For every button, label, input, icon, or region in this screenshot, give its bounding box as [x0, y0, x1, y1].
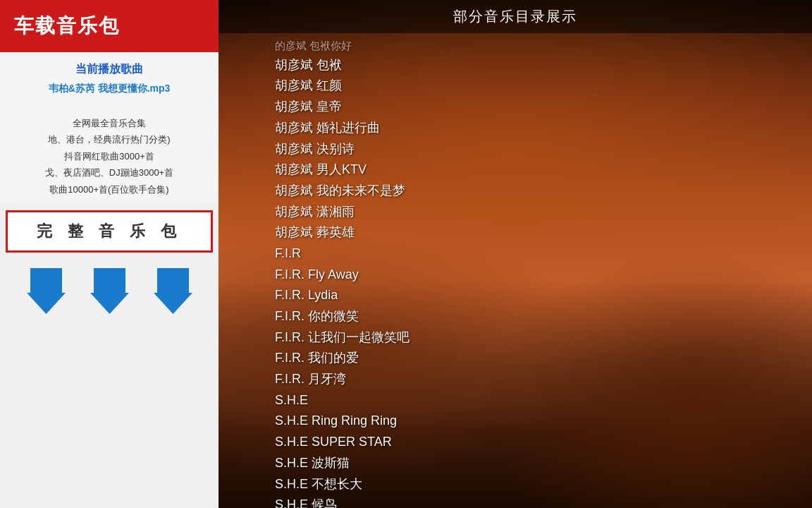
title-bar: 部分音乐目录展示 [219, 0, 812, 33]
sidebar-title: 车载音乐包 [14, 15, 120, 37]
song-item: S.H.E [275, 390, 812, 411]
song-item: 胡彦斌 男人KTV [275, 159, 812, 181]
song-item: S.H.E SUPER STAR [275, 432, 812, 453]
song-item: 胡彦斌 葬英雄 [275, 222, 812, 243]
song-list: 的彦斌 包袱你好 胡彦斌 包袱胡彦斌 红颜胡彦斌 皇帝胡彦斌 婚礼进行曲胡彦斌 … [219, 32, 812, 508]
svg-marker-1 [90, 268, 129, 314]
song-item: 胡彦斌 包袱 [275, 55, 812, 76]
song-item: F.I.R. 月牙湾 [275, 369, 812, 390]
download-arrow-3[interactable] [152, 267, 194, 316]
song-item: F.I.R [275, 243, 812, 265]
song-item-partial-top: 的彦斌 包袱你好 [275, 37, 812, 55]
now-playing-label: 当前播放歌曲 [7, 62, 211, 77]
now-playing-song: 韦柏&苏芮 我想更懂你.mp3 [7, 83, 211, 95]
main-title: 部分音乐目录展示 [453, 8, 577, 24]
song-item: F.I.R. 你的微笑 [275, 306, 812, 327]
song-item: F.I.R. Fly Away [275, 265, 812, 286]
svg-marker-0 [27, 268, 66, 314]
song-item: S.H.E 候鸟 [275, 495, 812, 508]
main-area: 部分音乐目录展示 的彦斌 包袱你好 胡彦斌 包袱胡彦斌 红颜胡彦斌 皇帝胡彦斌 … [219, 0, 812, 508]
song-item: F.I.R. 让我们一起微笑吧 [275, 327, 812, 349]
sidebar-header: 车载音乐包 [0, 0, 219, 52]
promo-line-1: 全网最全音乐合集 [7, 115, 211, 131]
song-item: S.H.E 波斯猫 [275, 453, 812, 474]
song-item: F.I.R. Lydia [275, 285, 812, 306]
sidebar: 车载音乐包 当前播放歌曲 韦柏&苏芮 我想更懂你.mp3 全网最全音乐合集 地、… [0, 0, 219, 508]
song-item: 胡彦斌 我的未来不是梦 [275, 181, 812, 202]
download-arrow-1[interactable] [25, 267, 67, 316]
song-item: 胡彦斌 婚礼进行曲 [275, 118, 812, 139]
now-playing-section: 当前播放歌曲 韦柏&苏芮 我想更懂你.mp3 [0, 52, 219, 109]
download-arrow-2[interactable] [88, 267, 130, 316]
song-item: 胡彦斌 潇湘雨 [275, 202, 812, 223]
song-item: S.H.E 不想长大 [275, 474, 812, 495]
promo-line-5: 歌曲10000+首(百位歌手合集) [7, 181, 211, 198]
promo-section: 全网最全音乐合集 地、港台，经典流行热门分类) 抖音网红歌曲3000+首 戈、夜… [0, 109, 219, 203]
arrows-section [0, 260, 219, 323]
promo-line-3: 抖音网红歌曲3000+首 [7, 148, 211, 164]
song-item: F.I.R. 我们的爱 [275, 348, 812, 369]
promo-line-4: 戈、夜店酒吧、DJ蹦迪3000+首 [7, 164, 211, 181]
song-item: S.H.E Ring Ring Ring [275, 411, 812, 432]
svg-marker-2 [154, 268, 192, 314]
song-item: 胡彦斌 决别诗 [275, 139, 812, 160]
complete-pack-button[interactable]: 完 整 音 乐 包 [6, 210, 213, 253]
song-item: 胡彦斌 红颜 [275, 75, 812, 97]
promo-line-2: 地、港台，经典流行热门分类) [7, 131, 211, 147]
song-item: 胡彦斌 皇帝 [275, 97, 812, 118]
